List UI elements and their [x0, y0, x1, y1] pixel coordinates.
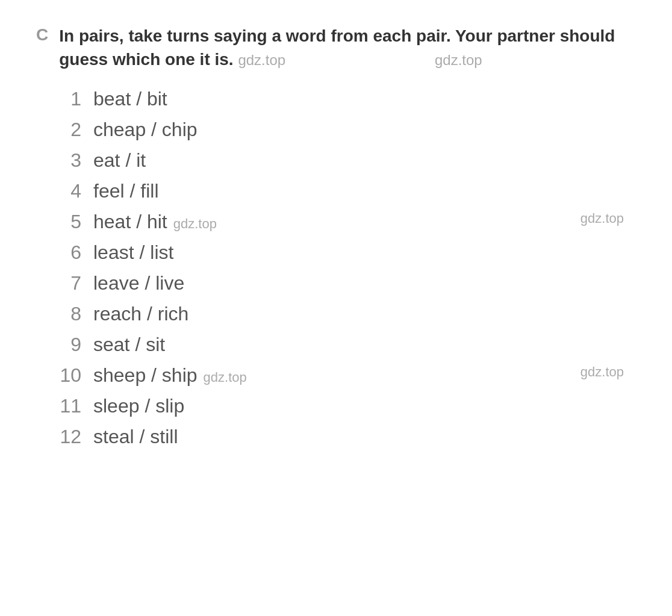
item-number: 9: [48, 334, 81, 356]
item-number: 10: [48, 364, 81, 387]
list-item: 4 feel / fill: [48, 180, 636, 202]
item-text: sleep / slip: [93, 395, 184, 417]
item-text: beat / bit: [93, 88, 167, 110]
watermark-5: gdz.top: [204, 370, 247, 385]
item-text: reach / rich: [93, 303, 188, 325]
list-item: 1 beat / bit: [48, 88, 636, 110]
item-text: sheep / ship: [93, 364, 198, 387]
item-number: 4: [48, 180, 81, 202]
list-item: 9 seat / sit: [48, 334, 636, 356]
watermark-3: gdz.top: [173, 216, 217, 232]
watermark-1: gdz.top: [238, 52, 285, 68]
item-number: 12: [48, 426, 81, 448]
item-text: seat / sit: [93, 334, 165, 356]
watermark-6: gdz.top: [580, 364, 624, 380]
word-list: 1 beat / bit 2 cheap / chip 3 eat / it 4…: [48, 88, 636, 448]
item-number: 2: [48, 119, 81, 141]
list-item: 6 least / list: [48, 241, 636, 264]
list-item: 8 reach / rich: [48, 303, 636, 325]
item-text: cheap / chip: [93, 119, 198, 141]
item-text: eat / it: [93, 149, 146, 172]
section-header: C In pairs, take turns saying a word fro…: [36, 24, 636, 71]
list-item: 10 sheep / ship gdz.top gdz.top: [48, 364, 636, 387]
item-text: leave / live: [93, 272, 184, 294]
section-letter: C: [36, 25, 48, 45]
list-item: 3 eat / it: [48, 149, 636, 172]
list-item: 12 steal / still: [48, 426, 636, 448]
list-item: 11 sleep / slip: [48, 395, 636, 417]
item-number: 1: [48, 88, 81, 110]
item-text: steal / still: [93, 426, 178, 448]
item-text: least / list: [93, 241, 173, 264]
item-number: 7: [48, 272, 81, 294]
list-item: 5 heat / hit gdz.top gdz.top: [48, 211, 636, 233]
item-number: 11: [48, 395, 81, 417]
item-number: 5: [48, 211, 81, 233]
item-number: 3: [48, 149, 81, 172]
watermark-4: gdz.top: [580, 211, 624, 226]
section-instruction: In pairs, take turns saying a word from …: [59, 24, 636, 71]
item-text: feel / fill: [93, 180, 158, 202]
item-text: heat / hit: [93, 211, 167, 233]
list-item: 7 leave / live: [48, 272, 636, 294]
item-number: 6: [48, 241, 81, 264]
item-number: 8: [48, 303, 81, 325]
list-item: 2 cheap / chip: [48, 119, 636, 141]
watermark-2: gdz.top: [435, 52, 482, 68]
